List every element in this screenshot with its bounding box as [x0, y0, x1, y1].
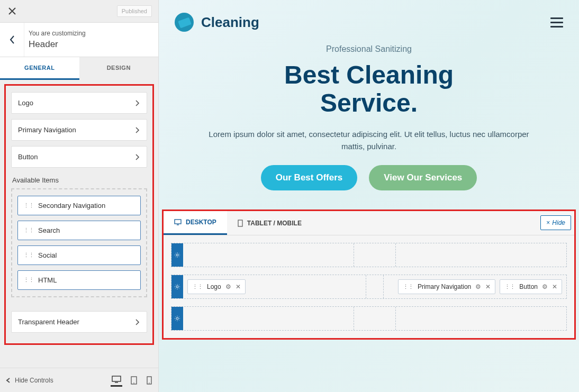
builder-tab-desktop[interactable]: DESKTOP — [164, 211, 227, 235]
hero-kicker: Professional Sanitizing — [180, 44, 558, 54]
chip-label: Button — [519, 283, 538, 290]
option-label: Primary Navigation — [18, 126, 76, 134]
customizing-label: You are customizing — [29, 30, 86, 37]
header-zone-bottom[interactable] — [171, 306, 567, 331]
chip-label: Logo — [207, 283, 221, 290]
grip-icon: ⋮⋮ — [23, 227, 34, 234]
device-mobile-icon[interactable] — [146, 374, 153, 387]
cta-secondary-button[interactable]: View Our Services — [369, 165, 477, 190]
hero-title-line2: Service. — [320, 89, 418, 117]
available-items-dropzone: ⋮⋮ Secondary Navigation ⋮⋮ Search ⋮⋮ Soc… — [11, 188, 147, 297]
zone-settings-icon[interactable] — [171, 243, 183, 267]
customizer-sidebar: Published You are customizing Header GEN… — [0, 0, 159, 392]
grip-icon: ⋮⋮ — [403, 284, 413, 290]
section-title: Header — [29, 39, 86, 50]
chip-button[interactable]: ⋮⋮ Button ⚙ ✕ — [500, 279, 562, 294]
chevron-right-icon — [134, 319, 140, 325]
hero-description: Lorem ipsum dolor sit amet, consectetur … — [205, 128, 533, 153]
menu-toggle[interactable] — [550, 15, 563, 30]
chevron-right-icon — [134, 127, 140, 133]
close-icon[interactable]: ✕ — [236, 283, 241, 290]
header-builder-panel: DESKTOP TABLET / MOBILE ×Hide — [162, 209, 576, 340]
svg-point-8 — [176, 286, 178, 288]
device-tablet-icon[interactable] — [130, 374, 138, 387]
available-items-heading: Available Items — [12, 176, 147, 184]
hero-title-line1: Best Cleaning — [284, 61, 454, 89]
hero-title: Best Cleaning Service. — [180, 61, 558, 117]
close-icon[interactable]: ✕ — [485, 283, 491, 290]
chip-label: Primary Navigation — [418, 283, 471, 290]
item-label: Social — [38, 251, 57, 259]
option-label: Button — [18, 153, 38, 161]
zone-settings-icon[interactable] — [171, 307, 183, 330]
back-button[interactable] — [0, 23, 24, 57]
header-zone-main[interactable]: ⋮⋮ Logo ⚙ ✕ ⋮⋮ Primary Navigation ⚙ — [171, 275, 567, 299]
svg-point-2 — [133, 382, 134, 384]
zone-settings-icon[interactable] — [171, 275, 183, 298]
grip-icon: ⋮⋮ — [23, 202, 34, 209]
option-transparent-header[interactable]: Transparent Header — [11, 311, 147, 333]
chip-primary-navigation[interactable]: ⋮⋮ Primary Navigation ⚙ ✕ — [398, 279, 495, 294]
svg-point-4 — [149, 382, 150, 384]
highlighted-general-panel: Logo Primary Navigation Button Available… — [4, 84, 154, 345]
builder-tab-label: TABLET / MOBILE — [247, 220, 302, 227]
gear-icon[interactable]: ⚙ — [542, 283, 548, 290]
option-primary-navigation[interactable]: Primary Navigation — [11, 119, 147, 141]
builder-hide-label: Hide — [552, 219, 565, 226]
svg-rect-5 — [175, 220, 181, 224]
svg-rect-6 — [238, 220, 242, 226]
option-button[interactable]: Button — [11, 146, 147, 168]
hide-controls-button[interactable]: Hide Controls — [5, 377, 53, 384]
tab-general[interactable]: GENERAL — [0, 57, 79, 80]
item-html[interactable]: ⋮⋮ HTML — [17, 270, 141, 290]
item-label: Search — [38, 226, 60, 234]
brand-name: Cleaning — [201, 14, 259, 31]
item-search[interactable]: ⋮⋮ Search — [17, 221, 141, 240]
close-icon[interactable] — [6, 7, 18, 15]
logo-icon — [175, 13, 194, 32]
chip-logo[interactable]: ⋮⋮ Logo ⚙ ✕ — [187, 279, 246, 294]
cta-primary-button[interactable]: Our Best Offers — [261, 165, 358, 190]
close-icon[interactable]: ✕ — [552, 283, 557, 290]
device-desktop-icon[interactable] — [111, 373, 122, 387]
grip-icon: ⋮⋮ — [23, 252, 34, 259]
chevron-right-icon — [134, 154, 140, 160]
svg-rect-0 — [112, 376, 121, 381]
svg-point-9 — [176, 317, 178, 320]
item-label: HTML — [38, 276, 57, 284]
item-label: Secondary Navigation — [38, 202, 105, 209]
builder-tab-label: DESKTOP — [186, 218, 216, 226]
option-label: Logo — [18, 99, 33, 107]
header-zone-top[interactable] — [171, 243, 567, 267]
option-label: Transparent Header — [18, 318, 79, 326]
builder-tab-mobile[interactable]: TABLET / MOBILE — [227, 212, 312, 234]
device-switcher — [111, 373, 153, 387]
grip-icon: ⋮⋮ — [23, 277, 34, 284]
sidebar-tabs: GENERAL DESIGN — [0, 57, 158, 80]
item-secondary-navigation[interactable]: ⋮⋮ Secondary Navigation — [17, 196, 141, 215]
chevron-right-icon — [134, 100, 140, 106]
item-social[interactable]: ⋮⋮ Social — [17, 245, 141, 265]
tab-design[interactable]: DESIGN — [79, 57, 159, 80]
grip-icon: ⋮⋮ — [504, 284, 515, 290]
site-brand: Cleaning — [175, 13, 259, 32]
hide-controls-label: Hide Controls — [15, 377, 53, 384]
builder-hide-button[interactable]: ×Hide — [540, 215, 571, 230]
svg-point-7 — [176, 254, 178, 256]
option-logo[interactable]: Logo — [11, 92, 147, 114]
published-badge[interactable]: Published — [117, 5, 152, 17]
preview-pane: Cleaning Professional Sanitizing Best Cl… — [159, 0, 579, 392]
gear-icon[interactable]: ⚙ — [475, 283, 481, 290]
grip-icon: ⋮⋮ — [192, 284, 203, 290]
gear-icon[interactable]: ⚙ — [225, 283, 231, 290]
